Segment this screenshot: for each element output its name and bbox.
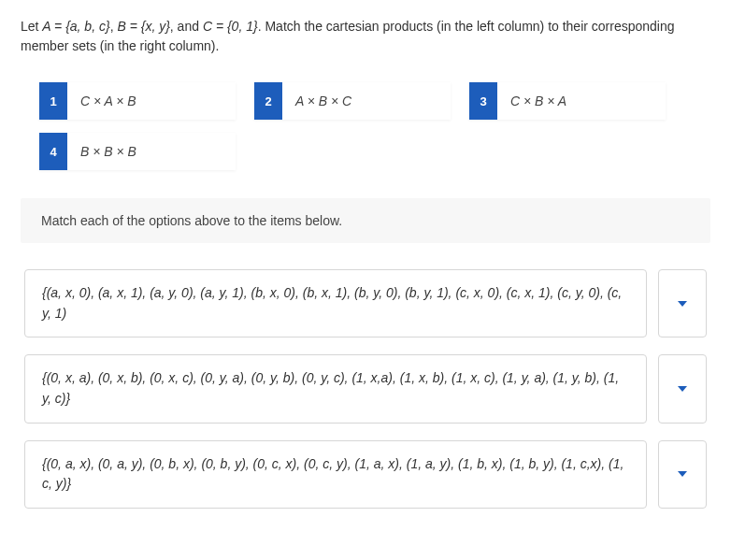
- chevron-down-icon: [678, 301, 687, 307]
- option-2[interactable]: 2 A × B × C: [254, 82, 451, 120]
- option-3[interactable]: 3 C × B × A: [469, 82, 666, 120]
- set-a: A = {a, b, c}: [42, 19, 109, 34]
- option-label: C × B × A: [497, 82, 666, 120]
- prompt-sep2: , and: [170, 19, 203, 34]
- answer-text: {(0, a, x), (0, a, y), (0, b, x), (0, b,…: [24, 440, 647, 509]
- set-b: B = {x, y}: [117, 19, 169, 34]
- option-number: 1: [39, 82, 67, 120]
- answer-dropdown[interactable]: [658, 354, 707, 423]
- option-label: B × B × B: [67, 133, 236, 170]
- answer-text: {(a, x, 0), (a, x, 1), (a, y, 0), (a, y,…: [24, 269, 647, 337]
- option-label: A × B × C: [282, 82, 451, 120]
- option-number: 4: [39, 133, 67, 170]
- options-grid: 1 C × A × B 2 A × B × C 3 C × B × A 4 B …: [21, 82, 710, 170]
- match-instruction: Match each of the options above to the i…: [21, 198, 710, 243]
- chevron-down-icon: [678, 471, 687, 477]
- option-4[interactable]: 4 B × B × B: [39, 133, 236, 170]
- option-1[interactable]: 1 C × A × B: [39, 82, 236, 120]
- option-label: C × A × B: [67, 82, 236, 120]
- answer-row: {(a, x, 0), (a, x, 1), (a, y, 0), (a, y,…: [24, 269, 707, 337]
- question-prompt: Let A = {a, b, c}, B = {x, y}, and C = {…: [21, 17, 710, 56]
- chevron-down-icon: [678, 386, 687, 392]
- answer-row: {(0, x, a), (0, x, b), (0, x, c), (0, y,…: [24, 354, 707, 423]
- answers-list: {(a, x, 0), (a, x, 1), (a, y, 0), (a, y,…: [21, 269, 710, 509]
- answer-row: {(0, a, x), (0, a, y), (0, b, x), (0, b,…: [24, 440, 707, 509]
- answer-text: {(0, x, a), (0, x, b), (0, x, c), (0, y,…: [24, 354, 647, 423]
- option-number: 2: [254, 82, 282, 120]
- prompt-prefix: Let: [21, 19, 42, 34]
- set-c: C = {0, 1}: [203, 19, 258, 34]
- answer-dropdown[interactable]: [658, 440, 707, 509]
- answer-dropdown[interactable]: [658, 269, 707, 337]
- option-number: 3: [469, 82, 497, 120]
